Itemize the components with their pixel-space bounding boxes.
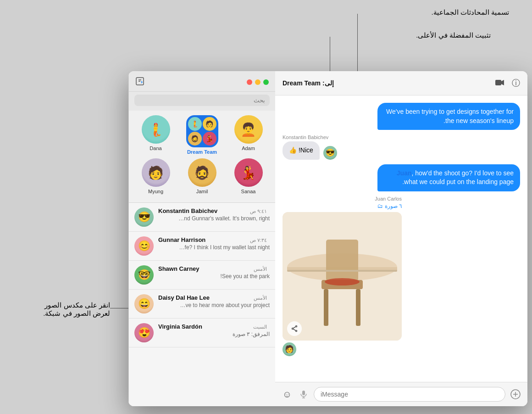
video-icon[interactable]: [495, 78, 504, 88]
zoom-button[interactable]: [263, 79, 269, 85]
contact-name-dana: Dana: [150, 145, 161, 151]
svg-rect-5: [326, 240, 358, 281]
conv-name-gunnar: Gunnar Harrison: [158, 236, 205, 243]
conv-header-konstantin: ٩:٤١ ص Konstantin Babichev: [158, 207, 270, 214]
avatar-shawn: 🤓: [134, 265, 154, 285]
message-2-row: 😎 Nice! 👍: [283, 141, 337, 160]
share-button[interactable]: [287, 321, 302, 336]
avatar-dream-team: 🧑 🧜 💃 🧔: [186, 115, 218, 147]
conv-time-shawn: الأمس: [254, 266, 267, 272]
svg-rect-10: [287, 270, 397, 272]
avatar-konstantin-sm: 😎: [323, 146, 337, 160]
conv-header-daisy: الأمس Daisy Dal Hae Lee: [158, 294, 270, 301]
sidebar: 🧑‍🦱 Adam 🧑 🧜 💃 🧔 Dream Team 🧜: [128, 71, 275, 406]
message-bubble-1: We've been trying to get designs togethe…: [377, 103, 520, 130]
pinned-contact-dana[interactable]: 🧜 Dana: [138, 115, 174, 155]
contact-name-adam: Adam: [242, 145, 255, 151]
annotation-line-1: [357, 14, 358, 73]
emoji-button[interactable]: ☺: [281, 388, 294, 401]
pinned-contacts: 🧑‍🦱 Adam 🧑 🧜 💃 🧔 Dream Team 🧜: [129, 111, 275, 203]
compose-icon[interactable]: [135, 77, 144, 88]
conv-name-shawn: Shawn Carney: [158, 265, 200, 272]
pinned-contact-myung[interactable]: 🧑 Myung: [138, 158, 174, 194]
sender-juan: Juan Carlos: [283, 196, 402, 201]
apps-button[interactable]: [509, 388, 522, 401]
conversation-item-gunnar[interactable]: 😊 ٧:٣٤ ص Gunnar Harrison You get home sa…: [129, 232, 275, 261]
close-button[interactable]: [247, 79, 252, 85]
juan-avatar-wrap: 🧑: [283, 342, 402, 356]
conv-header-shawn: الأمس Shawn Carney: [158, 265, 270, 272]
photo-count-label[interactable]: ٦ صورة 🗂: [283, 203, 402, 209]
avatar-juan-sm: 🧑: [283, 342, 296, 356]
message-input[interactable]: [314, 387, 505, 402]
message-text-3b: , how'd the shoot go? I'd love to see wh…: [402, 169, 514, 186]
conv-content-virginia: السبت Virginia Sardón المرفق: ٣ صورة: [158, 323, 270, 337]
annotation-line-2: [330, 37, 330, 73]
conv-preview-virginia: المرفق: ٣ صورة: [178, 331, 270, 337]
photo-stack[interactable]: [283, 212, 402, 341]
pinned-contact-dream-team[interactable]: 🧑 🧜 💃 🧔 Dream Team: [184, 115, 221, 155]
svg-rect-17: [302, 391, 305, 395]
pinned-row-1: 🧑‍🦱 Adam 🧑 🧜 💃 🧔 Dream Team 🧜: [133, 115, 272, 155]
message-bubble-3: Juan, how'd the shoot go? I'd love to se…: [377, 164, 520, 191]
pinned-contact-jamil[interactable]: 🧔 Jamil: [184, 158, 221, 194]
svg-rect-7: [324, 289, 328, 326]
conversation-item-daisy[interactable]: 😄 الأمس Daisy Dal Hae Lee Can you call m…: [129, 290, 275, 319]
pinned-contact-sanaa[interactable]: 💃 Sanaa: [230, 158, 267, 194]
conv-header-virginia: السبت Virginia Sardón: [158, 323, 270, 330]
messages-area: We've been trying to get designs togethe…: [275, 95, 527, 382]
conv-content-shawn: الأمس Shawn Carney See you at the park!: [158, 265, 270, 280]
message-2-wrapper: Konstantin Babichev 😎 Nice! 👍: [283, 134, 520, 160]
avatar-konstantin: 😎: [134, 207, 154, 227]
search-bar: [129, 92, 275, 111]
svg-line-14: [294, 327, 296, 328]
svg-line-15: [294, 329, 296, 330]
conv-time-konstantin: ٩:٤١ ص: [250, 208, 267, 214]
message-highlight-juan: Juan: [397, 169, 412, 177]
message-3: Juan, how'd the shoot go? I'd love to se…: [377, 164, 520, 191]
app-window: 🧑‍🦱 Adam 🧑 🧜 💃 🧔 Dream Team 🧜: [128, 71, 527, 406]
svg-point-13: [296, 330, 297, 331]
message-bubble-2: Nice! 👍: [283, 141, 320, 160]
chat-header-left-icons: ⓘ: [495, 78, 520, 89]
conv-preview-konstantin: Hey, I think I found Gunnar's wallet. It…: [178, 215, 270, 222]
dictation-icon[interactable]: [297, 388, 310, 401]
svg-rect-8: [356, 289, 360, 326]
conversation-item-shawn[interactable]: 🤓 الأمس Shawn Carney See you at the park…: [129, 261, 275, 290]
conv-name-konstantin: Konstantin Babichev: [158, 207, 217, 214]
annotation-pin-favorites: تثبيت المفضلة في الأعلى.: [362, 31, 491, 39]
contact-name-jamil: Jamil: [196, 189, 208, 194]
avatar-myung: 🧑: [142, 158, 170, 187]
contact-name-sanaa: Sanaa: [241, 189, 256, 194]
conv-content-gunnar: ٧:٣٤ ص Gunnar Harrison You get home safe…: [158, 236, 270, 251]
sidebar-header: [129, 71, 275, 92]
pinned-row-2: 💃 Sanaa 🧔 Jamil 🧑 Myung: [133, 158, 272, 194]
svg-rect-1: [495, 80, 501, 85]
avatar-gunnar: 😊: [134, 236, 154, 256]
conv-content-daisy: الأمس Daisy Dal Hae Lee Can you call me …: [158, 294, 270, 308]
svg-point-12: [292, 328, 294, 329]
conversation-item-konstantin[interactable]: 😎 ٩:٤١ ص Konstantin Babichev Hey, I thin…: [129, 203, 275, 232]
message-1: We've been trying to get designs togethe…: [377, 103, 520, 130]
contact-name-myung: Myung: [148, 189, 163, 194]
conv-preview-shawn: See you at the park!: [178, 273, 270, 280]
pinned-contact-adam[interactable]: 🧑‍🦱 Adam: [230, 115, 267, 155]
avatar-dana: 🧜: [142, 115, 170, 144]
svg-point-9: [325, 278, 360, 285]
conv-time-daisy: الأمس: [254, 295, 267, 301]
svg-point-11: [296, 325, 297, 327]
conversation-list: 😎 ٩:٤١ ص Konstantin Babichev Hey, I thin…: [129, 203, 275, 406]
conversation-item-virginia[interactable]: 😍 السبت Virginia Sardón المرفق: ٣ صورة: [129, 319, 275, 347]
conv-preview-gunnar: You get home safe? I think I lost my wal…: [178, 244, 270, 251]
input-bar: ☺: [275, 382, 527, 406]
conv-name-daisy: Daisy Dal Hae Lee: [158, 294, 210, 301]
message-sender-konstantin: Konstantin Babichev: [283, 134, 328, 140]
minimize-button[interactable]: [255, 79, 260, 85]
conv-time-virginia: السبت: [253, 324, 267, 330]
traffic-lights: [247, 79, 269, 85]
search-input[interactable]: [134, 95, 270, 106]
info-icon[interactable]: ⓘ: [512, 78, 520, 89]
message-4-image: Juan Carlos ٦ صورة 🗂: [283, 196, 402, 356]
avatar-virginia: 😍: [134, 323, 154, 342]
avatar-daisy: 😄: [134, 294, 154, 313]
